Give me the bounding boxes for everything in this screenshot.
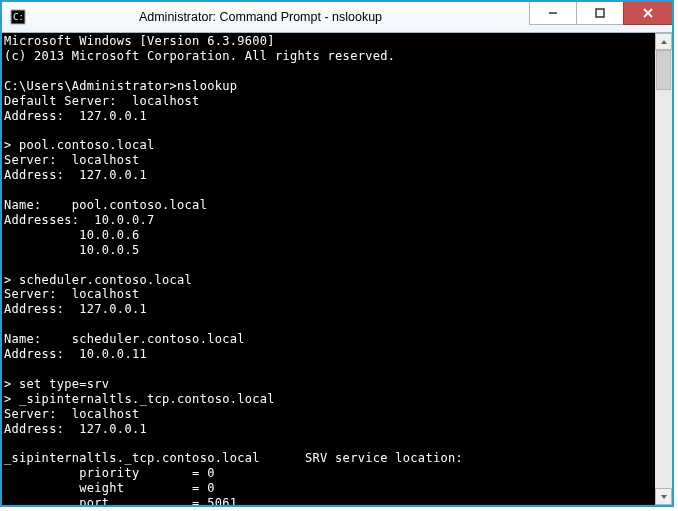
window-controls — [529, 2, 672, 24]
window-title: Administrator: Command Prompt - nslookup — [32, 10, 489, 24]
cmd-icon: C: — [10, 9, 26, 25]
scroll-thumb[interactable] — [656, 50, 671, 90]
scroll-up-button[interactable] — [655, 33, 672, 50]
vertical-scrollbar[interactable] — [655, 33, 672, 505]
maximize-button[interactable] — [576, 2, 623, 25]
command-prompt-window: C: Administrator: Command Prompt - nsloo… — [0, 0, 674, 507]
titlebar[interactable]: C: Administrator: Command Prompt - nsloo… — [2, 2, 672, 33]
svg-rect-3 — [596, 9, 604, 17]
svg-marker-7 — [661, 495, 667, 499]
minimize-button[interactable] — [529, 2, 576, 25]
svg-marker-6 — [661, 40, 667, 44]
content-area: Microsoft Windows [Version 6.3.9600] (c)… — [2, 33, 672, 505]
terminal-output[interactable]: Microsoft Windows [Version 6.3.9600] (c)… — [2, 33, 655, 505]
scroll-track[interactable] — [655, 50, 672, 488]
scroll-down-button[interactable] — [655, 488, 672, 505]
close-button[interactable] — [623, 2, 672, 25]
svg-text:C:: C: — [13, 12, 24, 22]
